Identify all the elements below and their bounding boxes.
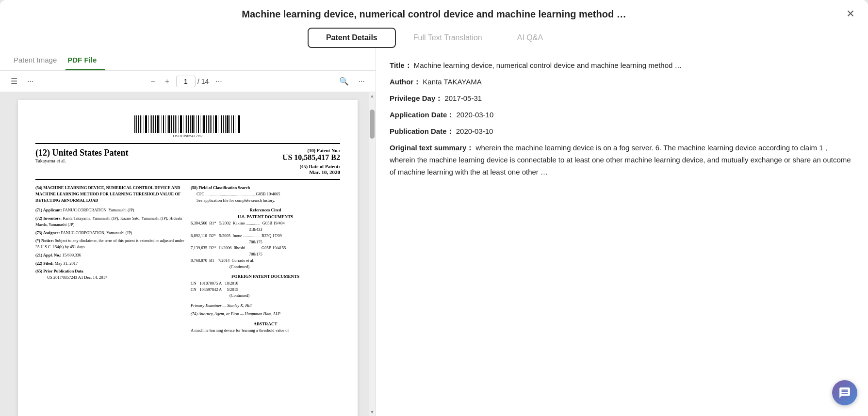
prior-pub-num: (65) (35, 269, 43, 273)
toolbar-more-1[interactable]: ··· (24, 75, 36, 88)
publication-date-label: Publication Date： (390, 127, 454, 135)
notice-value: Subject to any disclaimer, the term of t… (35, 238, 184, 249)
assignee-num: (73) Assignee: (35, 230, 61, 235)
notice-section: (*) Notice: Subject to any disclaimer, t… (35, 238, 185, 250)
examiner-sep: — (223, 303, 228, 308)
abstract-text: A machine learning device for learning a… (191, 327, 340, 334)
cn-ref-1: CN 101870075 A 10/2010 (191, 280, 340, 287)
pdf-scrollbar[interactable]: ▲ ▼ (369, 92, 376, 416)
cn-ref-2: CN 104597842 A 5/2015 (191, 287, 340, 293)
filed-label: (22) Filed: (35, 261, 55, 266)
patent-date-label: (45) Date of Patent: (282, 164, 340, 169)
pdf-right-col: (58) Field of Classification Search CPC … (191, 185, 340, 334)
assignee-value: FANUC CORPORATION, Yamanashi (JP) (61, 230, 132, 235)
scrollbar-down-arrow[interactable]: ▼ (369, 408, 376, 416)
privilege-day-label: Privilege Day： (390, 94, 442, 102)
assignee-section: (73) Assignee: FANUC CORPORATION, Yamana… (35, 230, 185, 236)
inventors-section: (72) Inventors: Kanta Takayama, Yamanash… (35, 215, 185, 228)
privilege-day-row: Privilege Day： 2017-05-31 (390, 93, 854, 104)
pdf-toolbar: ☰ ··· − + / 14 ··· 🔍 ··· (0, 71, 376, 92)
examiner-section: Primary Examiner — Stanley K. Hill (191, 303, 340, 309)
list-view-button[interactable]: ☰ (8, 75, 20, 88)
application-date-row: Application Date： 2020-03-10 (390, 109, 854, 121)
field-search-section: (58) Field of Classification Search CPC … (191, 185, 340, 203)
zoom-out-button[interactable]: − (147, 75, 158, 88)
prior-pub-value: US 2017/0357243 A1 Dec. 14, 2017 (35, 274, 185, 281)
summary-row: Original text summary： wherein the machi… (390, 142, 854, 178)
application-date-value: 2020-03-10 (457, 111, 494, 119)
applicant-value: FANUC CORPORATION, Yamanashi (JP) (63, 208, 134, 212)
pdf-viewer[interactable]: US010585417B2 (12) United States Patent … (0, 92, 376, 416)
sub-tab-patent-image[interactable]: Patent Image (12, 53, 66, 70)
inventor-line: Takayama et al. (35, 158, 128, 163)
page-input-wrap: / 14 (176, 76, 209, 87)
patent-no-value: US 10,585,417 B2 (282, 153, 340, 162)
toolbar-more-2[interactable]: ··· (213, 75, 225, 88)
tab-ai-qna[interactable]: AI Q&A (500, 28, 560, 48)
tab-full-text-translation[interactable]: Full Text Translation (396, 28, 500, 48)
foreign-docs-section: FOREIGN PATENT DOCUMENTS CN 101870075 A … (191, 273, 340, 299)
main-tabs: Patent Details Full Text Translation AI … (0, 20, 868, 48)
attorney-value: Hauptman Ham, LLP (245, 311, 280, 316)
modal-header: Machine learning device, numerical contr… (0, 0, 868, 20)
page-number-input[interactable] (176, 76, 196, 87)
modal-title: Machine learning device, numerical contr… (242, 9, 626, 20)
appl-num-value: 15/609,336 (63, 253, 82, 257)
field-search-note: See application file for complete search… (191, 197, 340, 204)
close-button[interactable]: × (847, 7, 854, 20)
title-label: Title： (390, 61, 412, 69)
tab-patent-details[interactable]: Patent Details (308, 28, 396, 48)
applicant-num: (71) Applicant: (35, 208, 63, 212)
privilege-day-value: 2017-05-31 (444, 94, 482, 102)
content-area: Patent Image PDF File ☰ ··· − + / 14 ···… (0, 48, 868, 416)
ref-2: 6,892,110 B2* 5/2005 Inoue .............… (191, 233, 340, 239)
sub-tab-pdf-file[interactable]: PDF File (66, 53, 105, 70)
scrollbar-up-arrow[interactable]: ▲ (369, 92, 376, 100)
chat-button[interactable] (832, 380, 857, 405)
barcode-number: US010585417B2 (35, 134, 340, 138)
patent-type: (12) United States Patent (35, 148, 128, 158)
refs-list: 6,384,560 B1* 5/2002 Kakino ............… (191, 220, 340, 270)
title-section: (54) MACHINE LEARNING DEVICE, NUMERICAL … (35, 185, 185, 203)
pdf-patent-header: (12) United States Patent Takayama et al… (35, 143, 340, 180)
ref-3b: 700/175 (191, 251, 340, 257)
primary-examiner-label: Primary Examiner (191, 303, 222, 308)
search-button[interactable]: 🔍 (336, 75, 352, 88)
ref-1b: 318/433 (191, 226, 340, 233)
pdf-page: US010585417B2 (12) United States Patent … (18, 100, 358, 416)
pdf-barcode: US010585417B2 (35, 115, 340, 138)
patent-type-col: (12) United States Patent Takayama et al… (35, 148, 128, 163)
notice-num: (*) Notice: (35, 238, 55, 243)
filed-value: May 31, 2017 (55, 261, 78, 266)
field-search-cpc: CPC ....................................… (191, 191, 340, 197)
toolbar-more-3[interactable]: ··· (356, 75, 368, 88)
page-separator: / 14 (197, 78, 209, 85)
sub-tabs: Patent Image PDF File (0, 48, 376, 71)
pdf-left-col: (54) MACHINE LEARNING DEVICE, NUMERICAL … (35, 185, 185, 334)
abstract-title: ABSTRACT (191, 321, 340, 328)
title-row: Title： Machine learning device, numerica… (390, 60, 854, 71)
application-date-label: Application Date： (390, 111, 454, 119)
patent-date-value: Mar. 10, 2020 (282, 169, 340, 175)
modal-container: Machine learning device, numerical contr… (0, 0, 868, 416)
ref-4: 8,768,870 B1 7/2014 Corrado et al. (191, 257, 340, 264)
summary-label: Original text summary： (390, 144, 474, 152)
publication-date-row: Publication Date： 2020-03-10 (390, 126, 854, 137)
field-search-title: Field of Classification Search (198, 185, 250, 190)
ref-2b: 700/175 (191, 239, 340, 245)
attorney-section: (74) Attorney, Agent, or Firm — Hauptman… (191, 311, 340, 317)
left-panel: Patent Image PDF File ☰ ··· − + / 14 ···… (0, 48, 376, 416)
patent-no-label: (10) Patent No.: (282, 148, 340, 153)
foreign-docs-title: FOREIGN PATENT DOCUMENTS (191, 273, 340, 280)
abstract-section: ABSTRACT A machine learning device for l… (191, 321, 340, 334)
prior-pub-title: Prior Publication Data (43, 269, 83, 273)
attorney-sep: — (240, 311, 245, 316)
scrollbar-thumb[interactable] (370, 110, 375, 139)
pdf-body: (54) MACHINE LEARNING DEVICE, NUMERICAL … (35, 185, 340, 334)
inventors-num: (72) Inventors: (35, 216, 63, 221)
attorney-label: (74) Attorney, Agent, or Firm (191, 311, 239, 316)
appl-num-section: (21) Appl. No.: 15/609,336 (35, 252, 185, 258)
ref-1: 6,384,560 B1* 5/2002 Kakino ............… (191, 220, 340, 226)
zoom-in-button[interactable]: + (162, 75, 172, 88)
publication-date-value: 2020-03-10 (456, 127, 493, 135)
